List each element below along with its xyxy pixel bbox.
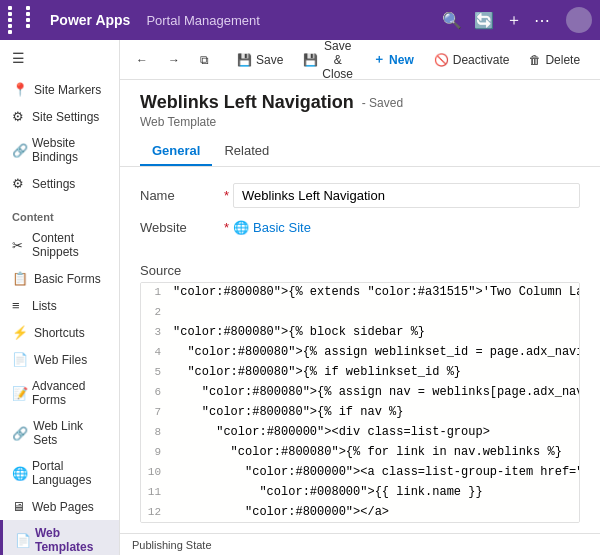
sidebar-item-shortcuts[interactable]: ⚡ Shortcuts [0,319,119,346]
search-icon[interactable]: 🔍 [442,11,462,30]
source-label: Source [140,263,580,278]
record-type: Web Template [140,115,580,129]
website-value: Basic Site [253,220,311,235]
delete-icon: 🗑 [529,53,541,67]
sidebar-item-site-markers[interactable]: 📍 Site Markers [0,76,119,103]
refresh-icon[interactable]: 🔄 [474,11,494,30]
user-avatar[interactable] [566,7,592,33]
sidebar-item-web-templates[interactable]: 📄 Web Templates [0,520,119,555]
sidebar: ☰ 📍 Site Markers ⚙ Site Settings 🔗 Websi… [0,40,120,555]
deactivate-button[interactable]: 🚫 Deactivate [426,49,518,71]
code-line: 6 "color:#800080">{% assign nav = weblin… [141,383,579,403]
code-editor[interactable]: 1"color:#800080">{% extends "color:#a315… [140,282,580,523]
page-title-topbar: Portal Management [146,13,442,28]
website-required: * [224,220,229,235]
record-title: Weblinks Left Navigation [140,92,354,113]
new-button[interactable]: ＋ New [365,47,422,72]
content-snippets-icon: ✂ [12,238,26,253]
more-icon[interactable]: ⋯ [534,11,550,30]
hamburger-icon[interactable]: ☰ [0,40,119,76]
web-pages-icon: 🖥 [12,499,26,514]
code-line: 9 "color:#800080">{% for link in nav.web… [141,443,579,463]
code-line: 11 "color:#008000">{{ link.name }} [141,483,579,503]
portal-languages-icon: 🌐 [12,466,26,481]
site-markers-icon: 📍 [12,82,28,97]
name-input[interactable] [233,183,580,208]
code-line: 1"color:#800080">{% extends "color:#a315… [141,283,579,303]
sidebar-item-site-settings[interactable]: ⚙ Site Settings [0,103,119,130]
new-icon: ＋ [373,51,385,68]
website-row: Website * 🌐 Basic Site [140,220,580,235]
sidebar-item-portal-languages[interactable]: 🌐 Portal Languages [0,453,119,493]
sidebar-item-lists[interactable]: ≡ Lists [0,292,119,319]
page-title-row: Weblinks Left Navigation - Saved [140,92,580,113]
content-section-label: Content [0,205,119,225]
source-section: Source 1"color:#800080">{% extends "colo… [120,263,600,533]
sidebar-item-basic-forms[interactable]: 📋 Basic Forms [0,265,119,292]
main-layout: ☰ 📍 Site Markers ⚙ Site Settings 🔗 Websi… [0,40,600,555]
code-line: 10 "color:#800000"><a class=list-group-i… [141,463,579,483]
command-bar: ← → ⧉ 💾 Save 💾 Save & Close ＋ New � [120,40,600,80]
lists-icon: ≡ [12,298,26,313]
back-button[interactable]: ← [128,49,156,71]
tab-general[interactable]: General [140,137,212,166]
copy-button[interactable]: ⧉ [192,49,217,71]
save-close-icon: 💾 [303,53,318,67]
save-button[interactable]: 💾 Save [229,49,291,71]
forward-icon: → [168,53,180,67]
code-line: 12 "color:#800000"></a> [141,503,579,523]
status-bar: Publishing State [120,533,600,555]
website-bindings-icon: 🔗 [12,143,26,158]
form-area: Name * Website * 🌐 Basic Site [120,167,600,263]
sidebar-item-web-link-sets[interactable]: 🔗 Web Link Sets [0,413,119,453]
basic-forms-icon: 📋 [12,271,28,286]
sidebar-item-web-pages[interactable]: 🖥 Web Pages [0,493,119,520]
delete-button[interactable]: 🗑 Delete [521,49,588,71]
tab-related[interactable]: Related [212,137,281,166]
publishing-state-label: Publishing State [132,539,212,551]
forward-button[interactable]: → [160,49,188,71]
sidebar-item-advanced-forms[interactable]: 📝 Advanced Forms [0,373,119,413]
sidebar-item-website-bindings[interactable]: 🔗 Website Bindings [0,130,119,170]
website-label: Website [140,220,220,235]
web-files-icon: 📄 [12,352,28,367]
save-close-button[interactable]: 💾 Save & Close [295,40,361,85]
sidebar-item-content-snippets[interactable]: ✂ Content Snippets [0,225,119,265]
code-line: 4 "color:#800080">{% assign weblinkset_i… [141,343,579,363]
code-line: 5 "color:#800080">{% if weblinkset_id %} [141,363,579,383]
name-required: * [224,188,229,203]
deactivate-icon: 🚫 [434,53,449,67]
shortcuts-icon: ⚡ [12,325,28,340]
apps-icon[interactable] [8,6,42,34]
back-icon: ← [136,53,148,67]
topbar-actions: 🔍 🔄 ＋ ⋯ [442,7,592,33]
content-area: ← → ⧉ 💾 Save 💾 Save & Close ＋ New � [120,40,600,555]
page-tabs: General Related [140,137,580,166]
name-label: Name [140,188,220,203]
advanced-forms-icon: 📝 [12,386,26,401]
code-line: 8 "color:#800000"><div class=list-group> [141,423,579,443]
app-name: Power Apps [50,12,130,28]
saved-badge: - Saved [362,96,403,110]
sidebar-item-settings[interactable]: ⚙ Settings [0,170,119,197]
code-line: 3"color:#800080">{% block sidebar %} [141,323,579,343]
page-header: Weblinks Left Navigation - Saved Web Tem… [120,80,600,167]
site-settings-icon: ⚙ [12,109,26,124]
code-line: 7 "color:#800080">{% if nav %} [141,403,579,423]
save-icon: 💾 [237,53,252,67]
settings-icon: ⚙ [12,176,26,191]
name-row: Name * [140,183,580,208]
code-line: 2 [141,303,579,323]
copy-icon: ⧉ [200,53,209,67]
web-templates-icon: 📄 [15,533,29,548]
sidebar-item-web-files[interactable]: 📄 Web Files [0,346,119,373]
web-link-sets-icon: 🔗 [12,426,27,441]
add-icon[interactable]: ＋ [506,10,522,31]
topbar: Power Apps Portal Management 🔍 🔄 ＋ ⋯ [0,0,600,40]
refresh-button[interactable]: 🔄 Refresh [592,49,600,71]
globe-icon: 🌐 [233,220,249,235]
website-link[interactable]: 🌐 Basic Site [233,220,311,235]
